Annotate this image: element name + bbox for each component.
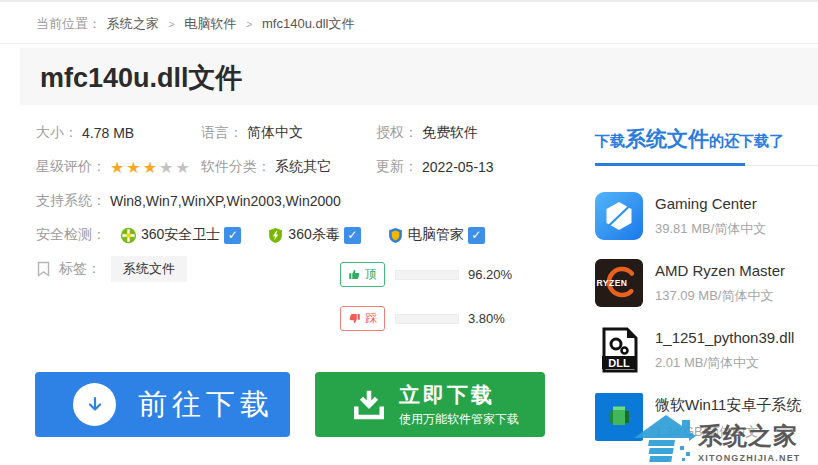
thumbs-down-icon [348, 312, 361, 325]
star-rating-filled: ★★★ [110, 158, 159, 177]
sidebar-title-prefix: 下载 [595, 132, 625, 149]
sidebar-item-gaming-center[interactable]: Gaming Center 39.81 MB/简体中文 [595, 192, 818, 240]
language-value: 简体中文 [247, 124, 303, 142]
breadcrumb-separator: > [168, 18, 174, 30]
instant-download-sublabel: 使用万能软件管家下载 [399, 411, 519, 428]
breadcrumb-link-home[interactable]: 系统之家 [107, 16, 159, 31]
sidebar-item-name: AMD Ryzen Master [655, 262, 785, 279]
pc-manager-icon [387, 227, 404, 244]
win11-android-icon [595, 393, 643, 441]
star-rating-empty: ★★ [159, 158, 192, 177]
security-item: 360杀毒 ✓ [267, 226, 360, 244]
360-antivirus-icon [267, 227, 284, 244]
go-to-download-button[interactable]: 前往下载 [35, 372, 290, 437]
sidebar-item-name: Gaming Center [655, 195, 766, 212]
breadcrumb-link-software[interactable]: 电脑软件 [184, 16, 236, 31]
vote-up-percent: 96.20% [468, 267, 512, 282]
license-label: 授权： [376, 124, 418, 142]
tags-label: 标签： [59, 260, 101, 278]
license-value: 免费软件 [422, 124, 478, 142]
security-item-name: 360安全卫士 [141, 226, 220, 244]
security-item-name: 电脑管家 [408, 226, 464, 244]
vote-up-bar-track [395, 270, 459, 280]
vote-section: 顶 96.20% 踩 3.80% [340, 262, 512, 350]
sidebar-download-list: Gaming Center 39.81 MB/简体中文 RYZEN AMD Ry… [595, 192, 818, 441]
info-row-security: 安全检测： 360安全卫士 ✓ 360杀毒 ✓ 电脑管家 ✓ [36, 218, 576, 252]
category-label: 软件分类： [201, 158, 271, 176]
vote-down-button[interactable]: 踩 [340, 306, 385, 331]
vote-down-bar-track [395, 314, 459, 324]
sidebar-item-meta: 1.34 GB/简体中文 [655, 423, 801, 441]
category-value: 系统其它 [275, 158, 331, 176]
security-item: 360安全卫士 ✓ [120, 226, 241, 244]
sidebar-item-python39-dll[interactable]: DLL 1_1251_python39.dll 2.01 MB/简体中文 [595, 326, 818, 374]
download-tray-icon [351, 387, 387, 423]
svg-text:RYZEN: RYZEN [597, 278, 628, 288]
amd-ryzen-icon: RYZEN [595, 259, 643, 307]
sidebar-title-highlight: 系统文件 [625, 127, 709, 150]
sidebar-item-meta: 2.01 MB/简体中文 [655, 354, 794, 372]
info-row-systems: 支持系统： Win8,Win7,WinXP,Win2003,Win2000 [36, 184, 576, 218]
vote-down-label: 踩 [365, 310, 377, 327]
vote-down-row: 踩 3.80% [340, 306, 512, 331]
language-label: 语言： [201, 124, 243, 142]
svg-text:DLL: DLL [608, 357, 630, 369]
updated-label: 更新： [376, 158, 418, 176]
vote-up-label: 顶 [365, 266, 377, 283]
vote-down-percent: 3.80% [468, 311, 505, 326]
security-check-icon[interactable]: ✓ [344, 227, 361, 244]
systems-label: 支持系统： [36, 192, 106, 210]
go-to-download-label: 前往下载 [138, 385, 274, 425]
sidebar-title: 下载系统文件的还下载了 [595, 125, 818, 153]
updated-value: 2022-05-13 [422, 159, 494, 175]
sidebar-item-name: 1_1251_python39.dll [655, 329, 794, 346]
gaming-center-icon [595, 192, 643, 240]
sidebar-item-meta: 39.81 MB/简体中文 [655, 220, 766, 238]
page-title: mfc140u.dll文件 [20, 48, 818, 96]
security-check-icon[interactable]: ✓ [468, 227, 485, 244]
instant-download-label: 立即下载 [399, 381, 519, 409]
vote-up-row: 顶 96.20% [340, 262, 512, 287]
thumbs-up-icon [348, 268, 361, 281]
breadcrumb: 当前位置： 系统之家 > 电脑软件 > mfc140u.dll文件 [0, 0, 818, 44]
title-bar: mfc140u.dll文件 [20, 48, 818, 105]
rating-label: 星级评价： [36, 158, 106, 176]
security-item: 电脑管家 ✓ [387, 226, 485, 244]
security-check-icon[interactable]: ✓ [224, 227, 241, 244]
info-row-1: 大小：4.78 MB 语言：简体中文 授权：免费软件 [36, 116, 576, 150]
sidebar-item-name: 微软Win11安卓子系统 [655, 396, 801, 415]
size-label: 大小： [36, 124, 78, 142]
tag-system-file[interactable]: 系统文件 [111, 256, 187, 282]
software-info: 大小：4.78 MB 语言：简体中文 授权：免费软件 星级评价：★★★★★ 软件… [36, 116, 576, 286]
breadcrumb-label: 当前位置： [36, 16, 101, 31]
sidebar-item-win11-android-subsystem[interactable]: 微软Win11安卓子系统 1.34 GB/简体中文 [595, 393, 818, 441]
systems-value: Win8,Win7,WinXP,Win2003,Win2000 [110, 193, 341, 209]
instant-download-button[interactable]: 立即下载 使用万能软件管家下载 [315, 372, 545, 437]
sidebar-title-suffix: 的还下载了 [709, 132, 784, 149]
info-row-2: 星级评价：★★★★★ 软件分类：系统其它 更新：2022-05-13 [36, 150, 576, 184]
sidebar-item-meta: 137.09 MB/简体中文 [655, 287, 785, 305]
related-downloads-sidebar: 下载系统文件的还下载了 Gaming Center 39.81 MB/简体中文 [595, 125, 818, 460]
sidebar-title-rule [595, 163, 818, 166]
download-arrow-icon [73, 383, 116, 426]
breadcrumb-separator: > [246, 18, 252, 30]
vote-up-button[interactable]: 顶 [340, 262, 385, 287]
dll-file-icon: DLL [595, 326, 643, 374]
security-label: 安全检测： [36, 226, 106, 244]
size-value: 4.78 MB [82, 125, 134, 141]
360-safeguard-icon [120, 227, 137, 244]
breadcrumb-current: mfc140u.dll文件 [262, 16, 354, 31]
security-item-name: 360杀毒 [288, 226, 339, 244]
sidebar-item-amd-ryzen-master[interactable]: RYZEN AMD Ryzen Master 137.09 MB/简体中文 [595, 259, 818, 307]
bookmark-icon [36, 261, 51, 277]
